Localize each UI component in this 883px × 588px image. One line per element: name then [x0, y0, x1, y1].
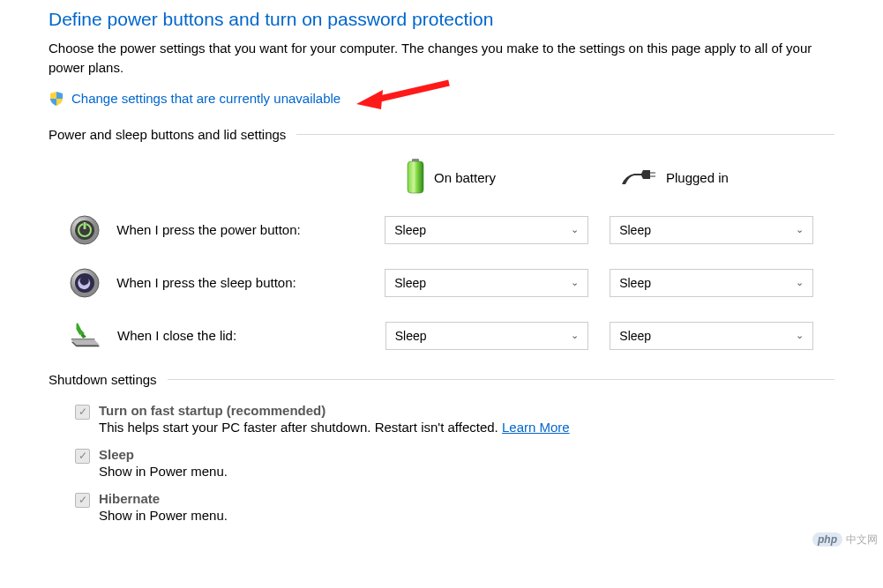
shutdown-section-label: Shutdown settings: [49, 372, 834, 387]
sleep-title: Sleep: [99, 447, 228, 462]
sleep-checkbox[interactable]: [75, 449, 90, 464]
shutdown-item-hibernate: Hibernate Show in Power menu.: [49, 491, 834, 523]
svg-rect-3: [408, 161, 423, 193]
lid-plugged-dropdown[interactable]: Sleep ⌄: [610, 322, 813, 350]
col-on-battery: On battery: [406, 158, 620, 197]
lid-plugged-value: Sleep: [619, 329, 651, 343]
power-battery-dropdown[interactable]: Sleep ⌄: [385, 216, 588, 244]
annotation-arrow: [356, 90, 453, 108]
page-description: Choose the power settings that you want …: [49, 39, 825, 78]
shutdown-section: Shutdown settings Turn on fast startup (…: [49, 372, 834, 523]
change-settings-row: Change settings that are currently unava…: [49, 90, 834, 108]
sleep-plugged-dropdown[interactable]: Sleep ⌄: [610, 269, 813, 297]
power-battery-value: Sleep: [394, 223, 426, 237]
col-battery-label: On battery: [434, 170, 496, 185]
svg-marker-1: [356, 90, 383, 109]
row-close-lid: When I close the lid: Sleep ⌄ Sleep ⌄: [49, 319, 834, 353]
svg-rect-4: [650, 172, 655, 174]
sleep-plugged-value: Sleep: [619, 276, 651, 290]
close-lid-icon: [68, 319, 101, 353]
fast-startup-desc: This helps start your PC faster after sh…: [99, 420, 570, 435]
col-plugged-label: Plugged in: [666, 170, 729, 185]
shutdown-item-fast-startup: Turn on fast startup (recommended) This …: [49, 403, 834, 435]
svg-rect-5: [650, 175, 655, 177]
change-settings-link[interactable]: Change settings that are currently unava…: [71, 91, 340, 106]
hibernate-checkbox[interactable]: [75, 493, 90, 508]
shutdown-label-text: Shutdown settings: [49, 372, 157, 387]
hibernate-title: Hibernate: [99, 491, 228, 506]
sleep-desc: Show in Power menu.: [99, 464, 228, 479]
power-sleep-section-label: Power and sleep buttons and lid settings: [49, 127, 834, 142]
row-lid-label: When I close the lid:: [117, 328, 385, 343]
shutdown-item-sleep: Sleep Show in Power menu.: [49, 447, 834, 479]
watermark: php 中文网: [812, 532, 878, 547]
shield-icon: [49, 91, 64, 107]
lid-battery-value: Sleep: [395, 329, 427, 343]
watermark-text: 中文网: [846, 532, 878, 547]
row-sleep-label: When I press the sleep button:: [116, 275, 385, 290]
chevron-down-icon: ⌄: [571, 330, 579, 341]
svg-line-0: [372, 83, 449, 100]
power-button-icon: [68, 213, 101, 247]
col-plugged-in: Plugged in: [620, 165, 834, 190]
fast-startup-desc-text: This helps start your PC faster after sh…: [99, 420, 502, 435]
chevron-down-icon: ⌄: [796, 330, 804, 341]
row-power-button: When I press the power button: Sleep ⌄ S…: [49, 213, 834, 247]
divider: [296, 134, 834, 135]
page-title: Define power buttons and turn on passwor…: [49, 9, 834, 30]
power-plugged-value: Sleep: [619, 223, 651, 237]
chevron-down-icon: ⌄: [796, 277, 804, 288]
power-plugged-dropdown[interactable]: Sleep ⌄: [610, 216, 813, 244]
chevron-down-icon: ⌄: [571, 277, 579, 288]
chevron-down-icon: ⌄: [796, 224, 804, 235]
sleep-battery-dropdown[interactable]: Sleep ⌄: [385, 269, 588, 297]
plug-icon: [620, 165, 657, 190]
watermark-badge: php: [812, 532, 842, 547]
divider: [168, 379, 834, 380]
learn-more-link[interactable]: Learn More: [502, 420, 570, 435]
lid-battery-dropdown[interactable]: Sleep ⌄: [385, 322, 589, 350]
fast-startup-title: Turn on fast startup (recommended): [99, 403, 570, 418]
row-power-label: When I press the power button:: [116, 222, 385, 237]
battery-icon: [406, 158, 425, 197]
sleep-battery-value: Sleep: [394, 276, 426, 290]
columns-header: On battery Plugged in: [49, 158, 834, 197]
row-sleep-button: When I press the sleep button: Sleep ⌄ S…: [49, 266, 834, 300]
chevron-down-icon: ⌄: [571, 224, 579, 235]
fast-startup-checkbox[interactable]: [75, 405, 90, 420]
sleep-button-icon: [68, 266, 101, 300]
hibernate-desc: Show in Power menu.: [99, 508, 228, 523]
power-sleep-label-text: Power and sleep buttons and lid settings: [49, 127, 286, 142]
